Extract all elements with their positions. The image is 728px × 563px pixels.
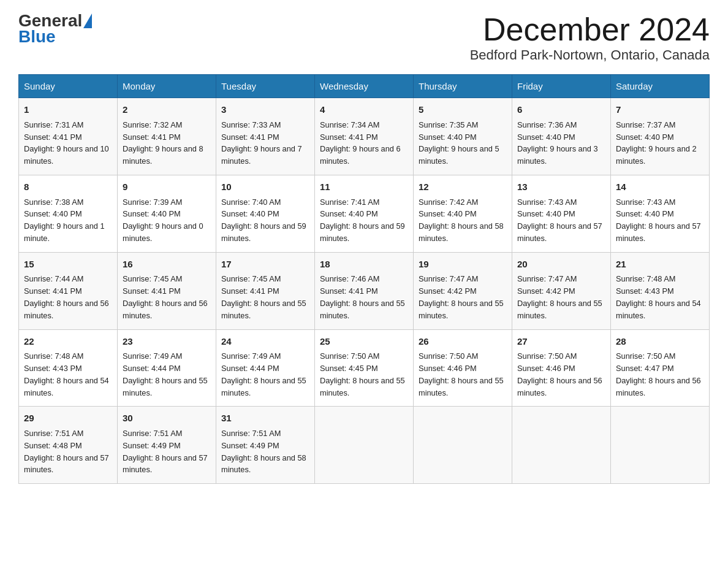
day-number: 5 [419,103,507,117]
calendar-cell: 15Sunrise: 7:44 AMSunset: 4:41 PMDayligh… [19,252,118,329]
calendar-cell [414,407,512,484]
day-info: Sunrise: 7:42 AMSunset: 4:40 PMDaylight:… [419,196,507,245]
day-info: Sunrise: 7:50 AMSunset: 4:46 PMDaylight:… [517,350,605,399]
day-info: Sunrise: 7:48 AMSunset: 4:43 PMDaylight:… [616,273,704,321]
day-info: Sunrise: 7:44 AMSunset: 4:41 PMDaylight:… [24,273,112,321]
day-info: Sunrise: 7:41 AMSunset: 4:40 PMDaylight:… [320,196,408,245]
day-info: Sunrise: 7:34 AMSunset: 4:41 PMDaylight:… [320,119,408,167]
col-header-monday: Monday [118,75,216,98]
header-row: SundayMondayTuesdayWednesdayThursdayFrid… [19,75,710,98]
day-number: 27 [517,335,605,349]
month-title: December 2024 [470,12,710,47]
day-number: 15 [24,258,112,272]
calendar-cell: 17Sunrise: 7:45 AMSunset: 4:41 PMDayligh… [216,252,315,329]
calendar-cell: 7Sunrise: 7:37 AMSunset: 4:40 PMDaylight… [611,98,710,175]
title-section: December 2024 Bedford Park-Nortown, Onta… [470,12,710,63]
day-info: Sunrise: 7:45 AMSunset: 4:41 PMDaylight:… [221,273,309,321]
day-number: 3 [221,103,309,117]
calendar-cell: 11Sunrise: 7:41 AMSunset: 4:40 PMDayligh… [315,175,414,253]
day-number: 29 [24,412,112,426]
calendar-cell: 3Sunrise: 7:33 AMSunset: 4:41 PMDaylight… [216,98,315,175]
calendar-cell: 30Sunrise: 7:51 AMSunset: 4:49 PMDayligh… [118,407,216,484]
col-header-tuesday: Tuesday [216,75,315,98]
day-info: Sunrise: 7:47 AMSunset: 4:42 PMDaylight:… [517,273,605,321]
day-number: 12 [419,180,507,194]
calendar-cell: 4Sunrise: 7:34 AMSunset: 4:41 PMDaylight… [315,98,414,175]
week-row-5: 29Sunrise: 7:51 AMSunset: 4:48 PMDayligh… [19,407,710,484]
calendar-cell: 12Sunrise: 7:42 AMSunset: 4:40 PMDayligh… [414,175,512,253]
calendar-cell: 14Sunrise: 7:43 AMSunset: 4:40 PMDayligh… [611,175,710,253]
calendar-cell: 19Sunrise: 7:47 AMSunset: 4:42 PMDayligh… [414,252,512,329]
calendar-cell: 21Sunrise: 7:48 AMSunset: 4:43 PMDayligh… [611,252,710,329]
day-info: Sunrise: 7:33 AMSunset: 4:41 PMDaylight:… [221,119,309,167]
location-subtitle: Bedford Park-Nortown, Ontario, Canada [470,47,710,63]
calendar-header: SundayMondayTuesdayWednesdayThursdayFrid… [19,75,710,98]
day-info: Sunrise: 7:49 AMSunset: 4:44 PMDaylight:… [221,350,309,399]
calendar-cell: 13Sunrise: 7:43 AMSunset: 4:40 PMDayligh… [512,175,611,253]
day-info: Sunrise: 7:47 AMSunset: 4:42 PMDaylight:… [419,273,507,321]
calendar-cell: 10Sunrise: 7:40 AMSunset: 4:40 PMDayligh… [216,175,315,253]
logo-triangle-icon [83,13,92,28]
day-number: 30 [123,412,211,426]
calendar-table: SundayMondayTuesdayWednesdayThursdayFrid… [18,74,710,484]
calendar-cell: 22Sunrise: 7:48 AMSunset: 4:43 PMDayligh… [19,329,118,407]
calendar-cell: 6Sunrise: 7:36 AMSunset: 4:40 PMDaylight… [512,98,611,175]
day-info: Sunrise: 7:43 AMSunset: 4:40 PMDaylight:… [616,196,704,245]
day-number: 11 [320,180,408,194]
calendar-cell: 2Sunrise: 7:32 AMSunset: 4:41 PMDaylight… [118,98,216,175]
day-number: 28 [616,335,704,349]
calendar-cell: 31Sunrise: 7:51 AMSunset: 4:49 PMDayligh… [216,407,315,484]
day-info: Sunrise: 7:37 AMSunset: 4:40 PMDaylight:… [616,119,704,167]
week-row-4: 22Sunrise: 7:48 AMSunset: 4:43 PMDayligh… [19,329,710,407]
col-header-saturday: Saturday [611,75,710,98]
day-number: 23 [123,335,211,349]
calendar-cell: 1Sunrise: 7:31 AMSunset: 4:41 PMDaylight… [19,98,118,175]
day-info: Sunrise: 7:40 AMSunset: 4:40 PMDaylight:… [221,196,309,245]
calendar-cell: 25Sunrise: 7:50 AMSunset: 4:45 PMDayligh… [315,329,414,407]
day-info: Sunrise: 7:51 AMSunset: 4:48 PMDaylight:… [24,427,112,476]
day-info: Sunrise: 7:50 AMSunset: 4:46 PMDaylight:… [419,350,507,399]
day-number: 6 [517,103,605,117]
day-info: Sunrise: 7:49 AMSunset: 4:44 PMDaylight:… [123,350,211,399]
day-number: 2 [123,103,211,117]
calendar-cell: 26Sunrise: 7:50 AMSunset: 4:46 PMDayligh… [414,329,512,407]
calendar-cell [611,407,710,484]
calendar-cell: 9Sunrise: 7:39 AMSunset: 4:40 PMDaylight… [118,175,216,253]
day-number: 18 [320,258,408,272]
day-info: Sunrise: 7:50 AMSunset: 4:47 PMDaylight:… [616,350,704,399]
day-info: Sunrise: 7:51 AMSunset: 4:49 PMDaylight:… [221,427,309,476]
calendar-cell: 8Sunrise: 7:38 AMSunset: 4:40 PMDaylight… [19,175,118,253]
day-number: 14 [616,180,704,194]
day-info: Sunrise: 7:46 AMSunset: 4:41 PMDaylight:… [320,273,408,321]
calendar-cell: 24Sunrise: 7:49 AMSunset: 4:44 PMDayligh… [216,329,315,407]
day-number: 25 [320,335,408,349]
page-header: General Blue December 2024 Bedford Park-… [18,12,710,63]
day-number: 13 [517,180,605,194]
col-header-friday: Friday [512,75,611,98]
day-info: Sunrise: 7:43 AMSunset: 4:40 PMDaylight:… [517,196,605,245]
day-number: 26 [419,335,507,349]
day-number: 9 [123,180,211,194]
day-number: 7 [616,103,704,117]
calendar-body: 1Sunrise: 7:31 AMSunset: 4:41 PMDaylight… [19,98,710,484]
day-number: 10 [221,180,309,194]
calendar-cell: 20Sunrise: 7:47 AMSunset: 4:42 PMDayligh… [512,252,611,329]
week-row-3: 15Sunrise: 7:44 AMSunset: 4:41 PMDayligh… [19,252,710,329]
day-info: Sunrise: 7:36 AMSunset: 4:40 PMDaylight:… [517,119,605,167]
day-info: Sunrise: 7:50 AMSunset: 4:45 PMDaylight:… [320,350,408,399]
calendar-cell [512,407,611,484]
day-info: Sunrise: 7:32 AMSunset: 4:41 PMDaylight:… [123,119,211,167]
day-number: 20 [517,258,605,272]
calendar-cell: 23Sunrise: 7:49 AMSunset: 4:44 PMDayligh… [118,329,216,407]
day-number: 21 [616,258,704,272]
day-info: Sunrise: 7:45 AMSunset: 4:41 PMDaylight:… [123,273,211,321]
day-info: Sunrise: 7:35 AMSunset: 4:40 PMDaylight:… [419,119,507,167]
calendar-cell: 29Sunrise: 7:51 AMSunset: 4:48 PMDayligh… [19,407,118,484]
day-number: 4 [320,103,408,117]
day-info: Sunrise: 7:51 AMSunset: 4:49 PMDaylight:… [123,427,211,476]
calendar-cell: 16Sunrise: 7:45 AMSunset: 4:41 PMDayligh… [118,252,216,329]
week-row-2: 8Sunrise: 7:38 AMSunset: 4:40 PMDaylight… [19,175,710,253]
calendar-cell: 5Sunrise: 7:35 AMSunset: 4:40 PMDaylight… [414,98,512,175]
day-number: 24 [221,335,309,349]
calendar-cell [315,407,414,484]
